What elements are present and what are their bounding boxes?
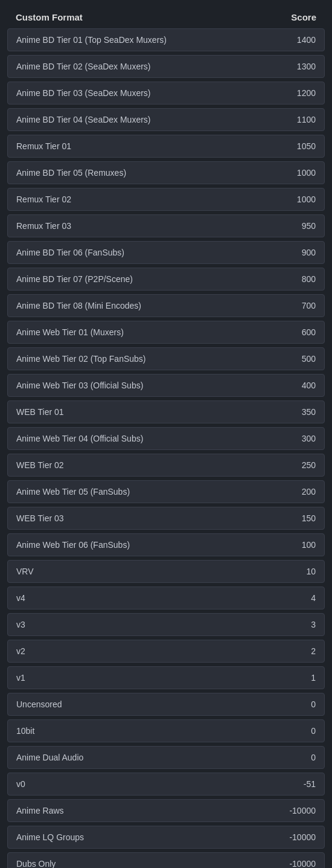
row-label: 10bit	[16, 726, 34, 736]
row-score: 0	[279, 699, 316, 709]
row-label: Remux Tier 02	[16, 194, 71, 204]
table-row: Anime BD Tier 02 (SeaDex Muxers)1300	[7, 55, 325, 78]
row-score: 400	[279, 381, 316, 390]
table-row: Anime BD Tier 04 (SeaDex Muxers)1100	[7, 108, 325, 131]
table-row: Anime Web Tier 05 (FanSubs)200	[7, 480, 325, 503]
row-label: Remux Tier 01	[16, 141, 71, 151]
row-score: 2	[279, 646, 316, 656]
row-label: Anime BD Tier 03 (SeaDex Muxers)	[16, 88, 151, 98]
table-header: Custom Format Score	[7, 6, 325, 28]
table-row: Anime BD Tier 08 (Mini Encodes)700	[7, 294, 325, 317]
row-score: 1000	[279, 168, 316, 178]
row-score: 0	[279, 753, 316, 762]
header-format: Custom Format	[16, 12, 83, 22]
table-row: WEB Tier 01350	[7, 400, 325, 423]
row-label: Anime Web Tier 05 (FanSubs)	[16, 487, 130, 497]
row-score: 1100	[279, 115, 316, 124]
row-score: 1200	[279, 88, 316, 98]
table-row: Anime BD Tier 05 (Remuxes)1000	[7, 161, 325, 184]
row-score: 100	[279, 540, 316, 550]
table-row: Anime Web Tier 02 (Top FanSubs)500	[7, 347, 325, 370]
row-label: Anime Web Tier 04 (Official Subs)	[16, 434, 143, 443]
main-table: Custom Format Score Anime BD Tier 01 (To…	[0, 0, 332, 868]
table-row: Anime Web Tier 03 (Official Subs)400	[7, 374, 325, 397]
row-score: 500	[279, 354, 316, 364]
row-label: Anime BD Tier 08 (Mini Encodes)	[16, 301, 141, 310]
row-label: Uncensored	[16, 699, 62, 709]
row-label: Anime BD Tier 06 (FanSubs)	[16, 248, 124, 257]
row-score: 800	[279, 274, 316, 284]
row-label: VRV	[16, 567, 34, 576]
table-row: Anime Web Tier 06 (FanSubs)100	[7, 533, 325, 556]
table-row: WEB Tier 03150	[7, 507, 325, 530]
table-row: 10bit0	[7, 719, 325, 742]
row-label: v4	[16, 593, 25, 603]
row-score: 10	[279, 567, 316, 576]
row-label: v2	[16, 646, 25, 656]
table-row: v33	[7, 613, 325, 636]
row-score: 1	[279, 673, 316, 683]
row-score: 600	[279, 327, 316, 337]
header-score: Score	[291, 12, 316, 22]
row-label: Anime Web Tier 02 (Top FanSubs)	[16, 354, 146, 364]
row-score: 1000	[279, 194, 316, 204]
row-score: 950	[279, 221, 316, 231]
table-row: v0-51	[7, 773, 325, 796]
row-score: 300	[279, 434, 316, 443]
row-score: 700	[279, 301, 316, 310]
row-label: Anime Web Tier 03 (Official Subs)	[16, 381, 143, 390]
row-label: WEB Tier 02	[16, 460, 64, 470]
row-score: -10000	[279, 859, 316, 868]
row-score: 1400	[279, 35, 316, 45]
row-label: Anime BD Tier 02 (SeaDex Muxers)	[16, 62, 151, 71]
table-row: Remux Tier 011050	[7, 135, 325, 158]
table-row: VRV10	[7, 560, 325, 583]
row-score: 200	[279, 487, 316, 497]
row-label: v1	[16, 673, 25, 683]
row-score: -10000	[279, 806, 316, 815]
row-score: 900	[279, 248, 316, 257]
row-label: v3	[16, 620, 25, 629]
row-label: Anime BD Tier 04 (SeaDex Muxers)	[16, 115, 151, 124]
row-label: Anime Dual Audio	[16, 753, 83, 762]
row-score: 1050	[279, 141, 316, 151]
row-label: Anime BD Tier 07 (P2P/Scene)	[16, 274, 133, 284]
row-label: Anime BD Tier 01 (Top SeaDex Muxers)	[16, 35, 167, 45]
row-label: Anime Raws	[16, 806, 64, 815]
table-row: Anime Web Tier 04 (Official Subs)300	[7, 427, 325, 450]
row-label: WEB Tier 03	[16, 513, 64, 523]
table-row: Anime BD Tier 01 (Top SeaDex Muxers)1400	[7, 28, 325, 51]
row-score: 250	[279, 460, 316, 470]
row-label: Remux Tier 03	[16, 221, 71, 231]
row-score: -10000	[279, 832, 316, 842]
rows-container: Anime BD Tier 01 (Top SeaDex Muxers)1400…	[7, 28, 325, 868]
table-row: Anime Dual Audio0	[7, 746, 325, 769]
table-row: Remux Tier 03950	[7, 214, 325, 237]
table-row: v11	[7, 666, 325, 689]
row-score: 4	[279, 593, 316, 603]
row-score: 1300	[279, 62, 316, 71]
row-score: 3	[279, 620, 316, 629]
table-row: WEB Tier 02250	[7, 454, 325, 477]
table-row: Anime BD Tier 06 (FanSubs)900	[7, 241, 325, 264]
table-row: Anime Raws-10000	[7, 799, 325, 822]
table-row: Dubs Only-10000	[7, 852, 325, 868]
table-row: v22	[7, 640, 325, 663]
table-row: Remux Tier 021000	[7, 188, 325, 211]
row-label: Dubs Only	[16, 859, 56, 868]
row-score: 150	[279, 513, 316, 523]
row-label: Anime BD Tier 05 (Remuxes)	[16, 168, 126, 178]
row-score: 350	[279, 407, 316, 417]
row-label: Anime Web Tier 06 (FanSubs)	[16, 540, 130, 550]
table-row: Anime Web Tier 01 (Muxers)600	[7, 321, 325, 344]
row-label: Anime LQ Groups	[16, 832, 84, 842]
row-score: 0	[279, 726, 316, 736]
table-row: Anime BD Tier 07 (P2P/Scene)800	[7, 268, 325, 291]
table-row: Uncensored0	[7, 693, 325, 716]
table-row: v44	[7, 587, 325, 609]
row-label: v0	[16, 779, 25, 789]
row-label: Anime Web Tier 01 (Muxers)	[16, 327, 124, 337]
row-label: WEB Tier 01	[16, 407, 64, 417]
table-row: Anime LQ Groups-10000	[7, 826, 325, 849]
row-score: -51	[279, 779, 316, 789]
